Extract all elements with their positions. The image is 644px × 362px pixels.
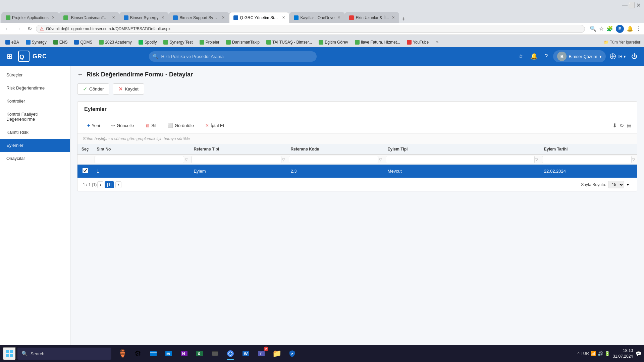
next-page-button[interactable]: › (115, 181, 121, 188)
tab-qgrc-active[interactable]: Q-GRC Yönetim Siste... ✕ (229, 12, 289, 23)
taskbar-app-word[interactable]: W (239, 347, 253, 361)
sidebar-item-risk-degerlendirme[interactable]: Risk Değerlendirme (0, 81, 70, 95)
refresh-icon-btn[interactable]: ↻ (620, 122, 624, 129)
bookmark-ilave-fatura[interactable]: İlave Fatura. Hizmet... (352, 39, 403, 45)
minimize-button[interactable]: — (623, 3, 627, 7)
star-button[interactable]: ☆ (517, 51, 525, 61)
tab-youtube[interactable]: Ekin Uzunlar & İl... ✕ (345, 12, 399, 23)
taskbar-app-folders[interactable]: 📁 (270, 347, 284, 361)
tab-close-icon[interactable]: ✕ (161, 15, 164, 20)
new-button[interactable]: + Yeni (83, 121, 104, 130)
sidebar-item-onaycılar[interactable]: Onaycılar (0, 152, 70, 165)
update-button[interactable]: ✏ Güncelle (107, 121, 138, 130)
tab-close-icon[interactable]: ✕ (282, 15, 285, 20)
delete-button[interactable]: 🗑 Sil (141, 121, 160, 130)
filter-referans-kodu[interactable] (289, 156, 378, 163)
bookmark-eba[interactable]: eBA (3, 39, 22, 45)
columns-icon-btn[interactable]: ▤ (627, 122, 632, 129)
tab-close-icon[interactable]: ✕ (52, 15, 55, 20)
bookmark-2023academy[interactable]: 2023 Academy (96, 39, 134, 45)
zoom-icon[interactable]: 🔍 (590, 25, 596, 32)
bookmarks-more-button[interactable]: » (434, 39, 440, 45)
sidebar-item-surecler[interactable]: Süreçler (0, 68, 70, 81)
back-button[interactable]: ← (77, 71, 83, 78)
filter-sira-no[interactable] (95, 156, 184, 163)
start-button[interactable] (3, 347, 16, 360)
tab-close-icon[interactable]: ✕ (337, 15, 340, 20)
bookmark-synergy-test[interactable]: Synergy Test (161, 39, 195, 45)
profile-icon[interactable]: E (616, 25, 624, 33)
sidebar-item-kontroller[interactable]: Kontroller (0, 95, 70, 108)
maximize-button[interactable]: ⬜ (629, 3, 634, 7)
row-checkbox[interactable] (83, 168, 88, 173)
bookmark-star-icon[interactable]: ☆ (599, 25, 604, 32)
taskbar-app-teams[interactable]: T 2 (254, 347, 268, 361)
search-input[interactable] (149, 51, 317, 62)
send-button[interactable]: ✓ Gönder (77, 83, 109, 95)
col-header-eylem-tarihi[interactable]: Eylem Tarihi (540, 144, 637, 155)
filter-referans-tipi[interactable] (192, 156, 281, 163)
bookmark-youtube[interactable]: YouTube (404, 39, 431, 45)
user-button[interactable]: B Bimser Çözüm ▾ (553, 50, 605, 62)
page-1-button[interactable]: [1] (105, 181, 114, 188)
taskbar-app-settings[interactable]: ⚙ (131, 347, 145, 361)
notifications-icon[interactable]: 🔔 (627, 25, 633, 32)
taskbar-app-explorer2[interactable] (146, 347, 160, 361)
sidebar-item-kalinti-risk[interactable]: Kalıntı Risk (0, 126, 70, 139)
tab-close-icon[interactable]: ✕ (392, 15, 395, 20)
taskbar-time-date[interactable]: 18:10 31.07.2024 (613, 348, 633, 359)
tab-onedrive[interactable]: Kayıtlar - OneDrive ✕ (289, 12, 345, 23)
cancel-button[interactable]: ✕ İptal Et (201, 121, 228, 130)
extensions-icon[interactable]: 🧩 (606, 25, 613, 32)
col-header-referans-kodu[interactable]: Referans Kodu (287, 144, 384, 155)
notification-sys-icon[interactable]: 💬 (636, 351, 641, 356)
language-button[interactable]: TR ▾ (610, 53, 626, 59)
taskbar-app-unknown[interactable] (208, 347, 222, 361)
close-button[interactable]: ✕ (636, 3, 641, 7)
filter-eylem-tipi[interactable] (386, 156, 535, 163)
col-header-referans-tipi[interactable]: Referans Tipi (190, 144, 286, 155)
reload-button[interactable]: ↻ (25, 25, 34, 33)
power-button[interactable]: ⏻ (630, 52, 639, 61)
help-button[interactable]: ? (543, 52, 549, 61)
taskbar-app-onenote[interactable]: N (177, 347, 191, 361)
grid-menu-button[interactable]: ⊞ (5, 51, 14, 62)
page-size-chevron[interactable]: ▾ (625, 182, 631, 188)
notification-button[interactable]: 🔔 (529, 51, 539, 61)
tab-bimser-synergy[interactable]: Bimser Synergy ✕ (119, 12, 169, 23)
view-button[interactable]: ⬜ Görüntüle (163, 121, 198, 130)
prev-page-button[interactable]: ‹ (97, 181, 103, 188)
page-size-select[interactable]: 15 25 50 (608, 181, 624, 188)
tab-close-icon[interactable]: ✕ (112, 15, 115, 20)
bookmark-spotify[interactable]: Spotify (136, 39, 160, 45)
bookmark-egitim-gorev[interactable]: Eğitim Görev (316, 39, 351, 45)
save-button[interactable]: ✕ Kaydet (113, 83, 144, 95)
bookmark-qdms[interactable]: QDMS (71, 39, 95, 45)
taskbar-app-excel[interactable]: X (193, 347, 207, 361)
menu-icon[interactable]: ⋮ (636, 25, 641, 32)
bookmark-tai-tusas[interactable]: TAİ TUSAŞ - Bimser... (264, 39, 315, 45)
address-field[interactable]: ⚠ Güvenli değil qgrcdemo.bimser.com.tr/Q… (36, 25, 585, 33)
bookmark-danismantakip[interactable]: DanismanTakip (223, 39, 262, 45)
taskbar-app-chrome[interactable] (223, 347, 237, 361)
new-tab-button[interactable]: + (399, 16, 408, 23)
bookmark-synergy[interactable]: Synergy (23, 39, 49, 45)
bookmark-projeler[interactable]: Projeler (197, 39, 222, 45)
tab-close-icon[interactable]: ✕ (222, 15, 225, 20)
taskbar-search[interactable]: 🔍 Search (17, 348, 111, 360)
forward-nav-button[interactable]: → (14, 25, 23, 33)
bookmark-ens[interactable]: ENS (51, 39, 70, 45)
col-header-sira-no[interactable]: Sıra No (93, 144, 190, 155)
expand-sys-icon[interactable]: ^ (578, 351, 580, 356)
taskbar-app-file-explorer[interactable]: 🏺 (115, 347, 129, 361)
sidebar-item-kontrol-faaliyeti[interactable]: Kontrol Faaliyeti Değerlendirme (0, 108, 70, 126)
table-row[interactable]: 1 Eylem 2.3 Mevcut 22.02.2024 (77, 165, 637, 178)
col-header-eylem-tipi[interactable]: Eylem Tipi (384, 144, 540, 155)
tab-bimser-daniman[interactable]: -BimserDanismanTak... ✕ (59, 12, 119, 23)
tab-projeler-applications[interactable]: Projeler Applications ✕ (1, 12, 59, 23)
taskbar-app-security[interactable] (285, 347, 299, 361)
taskbar-app-outlook[interactable]: ✉ (162, 347, 176, 361)
back-nav-button[interactable]: ← (3, 25, 12, 33)
tab-bimser-support[interactable]: Bimser Support Syst... ✕ (169, 12, 229, 23)
sidebar-item-eylemler[interactable]: Eylemler (0, 139, 70, 152)
